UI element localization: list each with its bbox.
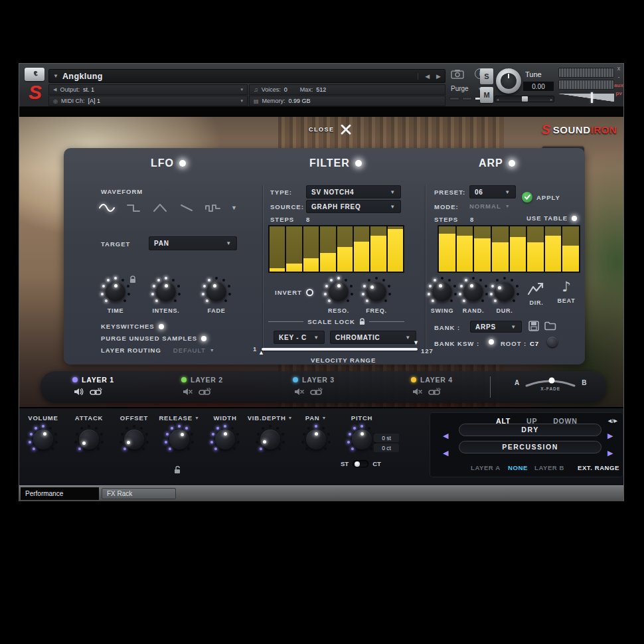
filter-source-dropdown[interactable]: GRAPH FREQ▼ [306,200,401,213]
waveform-sine-icon[interactable] [97,200,117,216]
intensity-knob[interactable] [151,276,181,307]
layer-a-button[interactable]: LAYER A [471,464,501,471]
pan-slider[interactable]: ◂▸ [495,96,554,102]
volume-slider[interactable] [558,92,614,103]
waveform-triangle-icon[interactable] [150,200,170,216]
pitch-cents-value[interactable]: 0 ct [374,443,399,452]
lfo-power-led[interactable] [179,160,186,167]
layer-item[interactable]: LAYER 1 [72,376,165,398]
note-range-icon[interactable]: ◂♪▸ [607,416,617,425]
graph-step[interactable] [527,226,544,272]
lock-icon[interactable] [129,276,136,283]
fade-knob[interactable] [201,276,232,307]
apply-button[interactable]: APPLY [522,192,560,202]
graph-step[interactable] [388,226,403,272]
arp-power-led[interactable] [509,160,515,167]
speaker-muted-icon[interactable] [294,386,305,398]
filter-step-graph[interactable] [268,225,404,273]
swing-knob[interactable] [427,276,457,307]
arp-preset-dropdown[interactable]: 06▼ [469,185,516,199]
selector-percussion[interactable]: PERCUSSION [459,441,602,453]
volume-knob[interactable] [28,424,58,455]
waveform-square-icon[interactable] [123,200,143,216]
ext-range-button[interactable]: EXT. RANGE [578,464,619,471]
prev-instrument-icon[interactable]: ◀ [425,73,430,80]
waveform-saw-icon[interactable] [177,200,197,216]
graph-step[interactable] [286,226,301,272]
purge-menu[interactable]: Purge [451,85,469,92]
graph-step[interactable] [439,226,455,272]
waveform-random-icon[interactable] [203,200,223,216]
tab-fx-rack[interactable]: FX Rack [102,488,176,499]
random-knob[interactable] [458,276,489,307]
selector-dry[interactable]: DRY [459,424,602,436]
tab-performance[interactable]: Performance [21,487,99,500]
speaker-on-icon[interactable] [74,386,84,398]
layer-item[interactable]: LAYER 3 [293,376,386,398]
bank-dropdown[interactable]: ARPS▼ [470,321,522,333]
arp-step-graph[interactable] [438,225,580,273]
arp-beat-control[interactable]: ♪ BEAT [553,279,580,304]
close-panel-control[interactable]: CLOSE [309,123,352,135]
none-button[interactable]: NONE [508,464,528,471]
width-knob[interactable] [210,424,240,455]
resonance-knob[interactable] [323,276,354,307]
link-icon[interactable] [310,386,323,398]
next-arrow-icon[interactable]: ▶ [607,449,613,457]
bank-ksw-led[interactable] [489,339,494,345]
frequency-knob[interactable] [361,276,392,307]
graph-step[interactable] [492,226,509,272]
arp-steps-value[interactable]: 8 [470,216,474,223]
pan-knob[interactable] [301,424,331,455]
pan-thumb[interactable] [522,96,528,102]
root-value[interactable]: C7 [530,340,539,347]
aux-button[interactable]: aux [614,82,623,88]
pitch-knob[interactable] [347,424,377,455]
prev-arrow-icon[interactable]: ◀ [443,449,448,457]
close-window-button[interactable]: x [617,65,621,72]
chevron-down-icon[interactable]: ▼ [231,204,237,211]
key-dropdown[interactable]: KEY - C▼ [274,331,325,344]
minimize-window-button[interactable]: - [618,74,620,80]
vib-depth-knob[interactable] [255,424,285,455]
attack-knob[interactable] [74,424,104,455]
next-instrument-icon[interactable]: ▶ [436,73,441,80]
output-selector[interactable]: ◀ Output:st. 1 ▾ [48,84,248,95]
layer-b-button[interactable]: LAYER B [534,464,564,471]
graph-step[interactable] [320,226,335,272]
scale-dropdown[interactable]: CHROMATIC▼ [330,331,416,344]
use-table-toggle[interactable]: USE TABLE [526,214,577,222]
solo-button[interactable]: S [480,68,493,84]
arp-mode-dropdown[interactable]: NORMAL▼ [469,202,510,210]
velocity-range-slider[interactable] [262,348,418,351]
link-icon[interactable] [428,386,442,398]
xfade-slider[interactable]: X-FADE [524,375,576,395]
instrument-titlebar[interactable]: ▼ Angklung ◀ ▶ [48,69,445,83]
graph-step[interactable] [545,226,562,272]
graph-step[interactable] [562,226,579,272]
pv-button[interactable]: pv [615,90,621,96]
speaker-muted-icon[interactable] [183,386,193,398]
graph-step[interactable] [354,226,369,272]
invert-toggle[interactable]: INVERT [275,289,313,296]
close-x-icon[interactable] [340,123,352,135]
graph-step[interactable] [474,226,491,272]
next-arrow-icon[interactable]: ▶ [607,432,613,440]
graph-step[interactable] [510,226,526,272]
link-icon[interactable] [90,386,103,398]
link-icon[interactable] [199,386,212,398]
wrench-icon[interactable] [25,68,44,81]
layer-item[interactable]: LAYER 2 [181,376,274,398]
filter-power-led[interactable] [355,160,362,167]
root-dial-icon[interactable] [547,337,558,347]
snapshot-camera-icon[interactable] [451,69,464,79]
graph-step[interactable] [270,226,285,272]
tune-value[interactable]: 0.00 [523,81,554,92]
graph-step[interactable] [370,226,386,272]
keyswitches-toggle[interactable]: KEYSWITCHES [101,323,164,330]
arp-direction-control[interactable]: DIR. [523,281,550,306]
layer-routing-control[interactable]: LAYER ROUTING DEFAULT ▼ [101,347,214,354]
midi-channel-selector[interactable]: ◎ MIDI Ch:[A] 1 ▾ [48,96,248,106]
pitch-semitones-value[interactable]: 0 st [374,434,399,442]
st-ct-toggle[interactable]: ST CT [341,460,381,467]
